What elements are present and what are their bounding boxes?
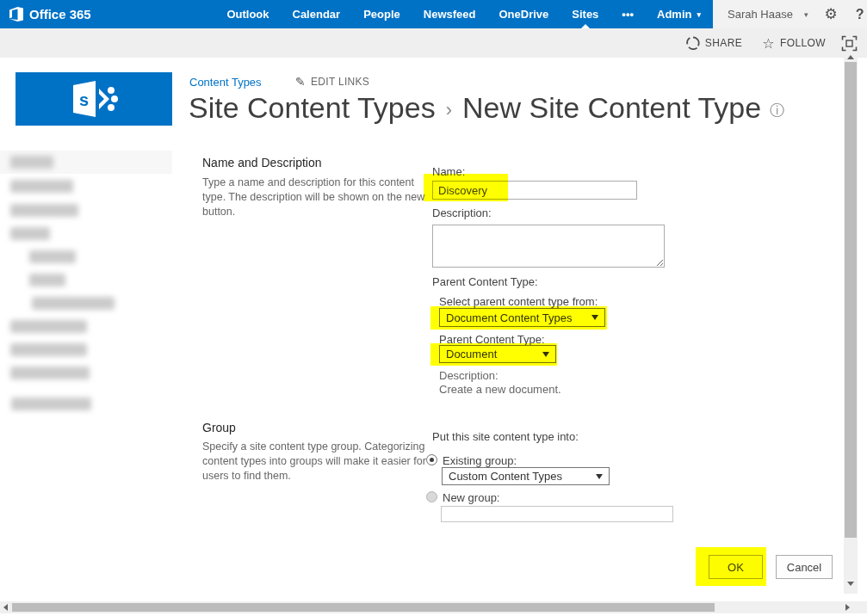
sharepoint-logo-icon: s [61,80,127,118]
sidebar-nav-item-redacted[interactable] [10,204,78,217]
new-group-label: New group: [443,491,499,504]
nav-admin[interactable]: Admin ▾ [657,0,701,28]
nav-onedrive[interactable]: OneDrive [499,0,548,28]
share-button[interactable]: SHARE [686,36,742,50]
scroll-right-icon[interactable] [845,604,850,611]
name-field-label: Name: [432,165,465,178]
page-action-bar: SHARE ☆ FOLLOW [0,28,867,58]
vertical-scrollbar-thumb[interactable] [845,62,857,538]
name-input[interactable] [432,181,637,200]
user-menu-caret-icon[interactable]: ▾ [804,10,808,19]
nav-sites-current[interactable]: Sites [572,0,598,28]
pencil-icon: ✎ [295,75,306,89]
nav-more-ellipsis[interactable]: ••• [622,0,634,28]
sidebar-nav-subitem-redacted[interactable] [29,274,65,286]
help-icon[interactable]: ? [856,7,864,22]
sidebar-nav-item-redacted[interactable] [10,156,53,169]
sidebar-nav-item-redacted[interactable] [10,227,50,240]
parent-section-heading: Parent Content Type: [432,275,538,288]
parent-type-label: Parent Content Type: [439,333,545,346]
page-title: Site Content Types › New Site Content Ty… [189,91,784,125]
sidebar-nav-item-redacted[interactable] [10,180,73,193]
group-section-heading: Group [202,421,236,434]
edit-links-button[interactable]: ✎ EDIT LINKS [295,75,369,89]
suite-user-area: Sarah Haase ▾ ⚙ ? [713,0,867,28]
description-textarea[interactable] [432,225,665,268]
office365-suite-bar: Office 365 Outlook Calendar People Newsf… [0,0,713,28]
focus-mode-button[interactable] [841,35,858,52]
new-group-radio[interactable] [426,491,437,502]
nav-people[interactable]: People [363,0,400,28]
star-icon: ☆ [762,35,775,52]
name-section-heading: Name and Description [202,156,322,169]
sidebar-nav-item-redacted[interactable] [10,320,87,333]
parent-type-dropdown[interactable]: Document [439,345,556,363]
info-icon[interactable]: ⓘ [770,101,784,120]
put-into-label: Put this site content type into: [432,430,579,443]
user-menu[interactable]: Sarah Haase [728,8,793,21]
group-section-description: Specify a site content type group. Categ… [202,440,428,484]
chevron-down-icon: ▾ [697,10,701,19]
dropdown-caret-icon [596,474,603,479]
parent-group-dropdown[interactable]: Document Content Types [439,308,605,327]
existing-group-dropdown[interactable]: Custom Content Types [442,467,610,485]
horizontal-scrollbar-thumb[interactable] [12,603,715,612]
dropdown-caret-icon [542,352,549,357]
nav-outlook[interactable]: Outlook [226,0,269,28]
parent-desc-label: Description: [439,369,499,382]
settings-gear-icon[interactable]: ⚙ [824,5,837,23]
ok-button[interactable]: OK [709,555,763,579]
horizontal-scrollbar[interactable] [0,601,867,613]
sharepoint-site-logo[interactable]: s [15,72,172,126]
page-title-parent: Site Content Types [189,91,436,125]
svg-text:s: s [79,90,89,109]
new-group-input[interactable] [441,506,673,522]
description-field-label: Description: [432,206,492,219]
existing-group-radio[interactable] [426,454,437,465]
share-icon [686,36,700,50]
office365-brand-label: Office 365 [29,7,91,22]
breadcrumb[interactable]: Content Types [189,76,262,89]
vertical-scrollbar[interactable] [844,53,858,594]
existing-group-label: Existing group: [443,454,517,467]
office365-logo-icon [9,7,23,22]
focus-mode-icon [841,35,858,52]
page-title-current: New Site Content Type [462,91,761,125]
suite-nav: Outlook Calendar People Newsfeed OneDriv… [226,0,701,28]
cancel-button[interactable]: Cancel [776,555,833,579]
dropdown-caret-icon [591,315,598,320]
scroll-down-icon[interactable] [847,582,854,586]
name-section-description: Type a name and description for this con… [202,176,428,219]
sidebar-nav-item-redacted[interactable] [10,343,87,356]
scroll-up-icon[interactable] [847,55,854,59]
sidebar-nav-subitem-redacted[interactable] [32,297,115,310]
sidebar-nav-subitem-redacted[interactable] [29,250,76,263]
breadcrumb-separator-icon: › [446,99,452,121]
select-parent-from-label: Select parent content type from: [439,295,598,308]
sidebar-nav-item-redacted[interactable] [10,367,90,379]
sidebar-nav-item-redacted[interactable] [11,397,91,410]
nav-newsfeed[interactable]: Newsfeed [424,0,476,28]
office365-brand[interactable]: Office 365 [9,0,91,28]
scroll-left-icon[interactable] [3,604,8,611]
nav-calendar[interactable]: Calendar [293,0,341,28]
parent-desc-value: Create a new document. [439,383,561,396]
follow-button[interactable]: ☆ FOLLOW [762,35,826,52]
